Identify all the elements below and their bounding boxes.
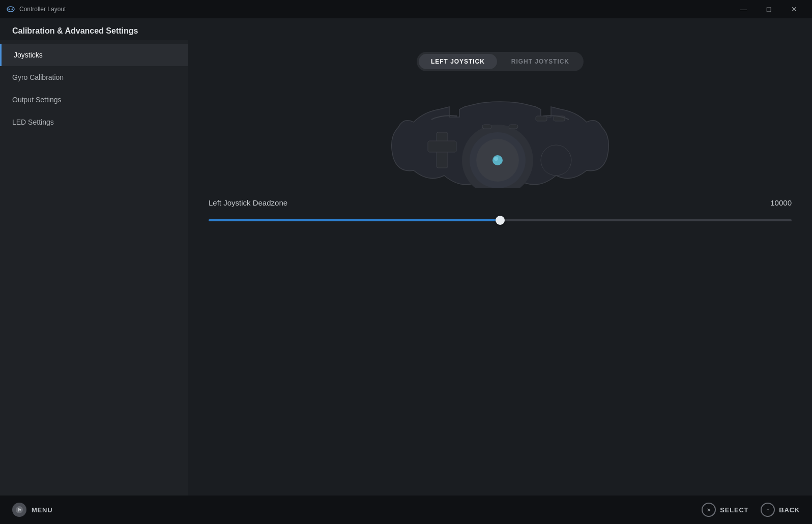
deadzone-section: Left Joystick Deadzone 10000 — [209, 198, 792, 225]
sidebar-item-joysticks[interactable]: Joysticks — [0, 44, 188, 66]
title-bar-left: Controller Layout — [6, 5, 66, 14]
deadzone-label: Left Joystick Deadzone — [209, 198, 287, 207]
back-icon: ○ — [761, 503, 775, 517]
back-action: ○ BACK — [761, 503, 800, 517]
svg-point-0 — [7, 7, 14, 12]
content-area: Joysticks Gyro Calibration Output Settin… — [0, 40, 812, 496]
tab-right-joystick[interactable]: RIGHT JOYSTICK — [499, 54, 582, 69]
sidebar-item-output-settings[interactable]: Output Settings — [0, 89, 188, 111]
title-bar-controls: — □ ✕ — [732, 1, 806, 17]
app-icon — [6, 5, 15, 14]
select-label: SELECT — [720, 506, 748, 514]
svg-point-9 — [494, 157, 498, 161]
bottom-right: ✕ SELECT ○ BACK — [702, 503, 800, 517]
window-title: Controller Layout — [19, 6, 66, 13]
bottom-bar: MENU ✕ SELECT ○ BACK — [0, 496, 812, 524]
minimize-button[interactable]: — — [732, 1, 755, 17]
svg-point-2 — [12, 9, 13, 10]
svg-rect-14 — [509, 125, 518, 129]
controller-visualization — [209, 81, 792, 188]
close-button[interactable]: ✕ — [782, 1, 806, 17]
bottom-left: MENU — [12, 503, 52, 517]
maximize-button[interactable]: □ — [757, 1, 780, 17]
sidebar-item-led-settings[interactable]: LED Settings — [0, 111, 188, 133]
deadzone-value: 10000 — [770, 198, 792, 207]
deadzone-header: Left Joystick Deadzone 10000 — [209, 198, 792, 207]
svg-point-8 — [492, 155, 503, 165]
svg-rect-11 — [536, 116, 547, 121]
sidebar: Joysticks Gyro Calibration Output Settin… — [0, 40, 188, 496]
menu-label: MENU — [32, 506, 52, 514]
deadzone-slider-container — [209, 215, 792, 225]
svg-rect-4 — [428, 141, 456, 152]
svg-point-1 — [9, 9, 10, 10]
ps-icon — [12, 503, 26, 517]
sidebar-item-gyro-calibration[interactable]: Gyro Calibration — [0, 66, 188, 89]
app-container: Calibration & Advanced Settings Joystick… — [0, 18, 812, 524]
tab-switcher: LEFT JOYSTICK RIGHT JOYSTICK — [417, 52, 584, 71]
select-action: ✕ SELECT — [702, 503, 748, 517]
tab-left-joystick[interactable]: LEFT JOYSTICK — [419, 54, 497, 69]
controller-svg — [383, 81, 617, 188]
select-icon: ✕ — [702, 503, 716, 517]
main-content: LEFT JOYSTICK RIGHT JOYSTICK — [188, 40, 812, 496]
page-title: Calibration & Advanced Settings — [0, 18, 812, 40]
svg-rect-13 — [482, 125, 491, 129]
back-label: BACK — [779, 506, 800, 514]
svg-point-10 — [541, 145, 571, 176]
title-bar: Controller Layout — □ ✕ — [0, 0, 812, 18]
